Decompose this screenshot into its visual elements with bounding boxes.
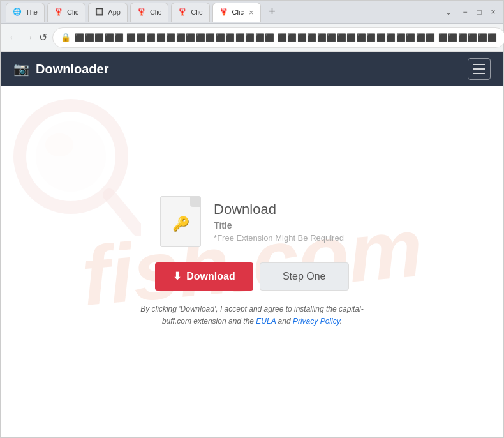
tab-3-icon: 🔲 bbox=[95, 8, 104, 17]
site-brand: 📷 Downloader bbox=[13, 61, 108, 77]
agreement-text-middle: and bbox=[276, 317, 293, 326]
agreement-text-after: . bbox=[340, 317, 342, 326]
download-button-label: Download bbox=[186, 271, 235, 282]
tab-6-close-icon[interactable]: × bbox=[249, 8, 254, 17]
tab-3[interactable]: 🔲 App bbox=[88, 3, 128, 22]
tab-5-label: Clic bbox=[191, 8, 202, 16]
main-content: fish.com 🔑 Download Title bbox=[1, 86, 503, 437]
download-arrow-icon: ⬇ bbox=[173, 270, 181, 282]
tab-2[interactable]: 🦞 Clic bbox=[47, 3, 85, 22]
site-navbar: 📷 Downloader bbox=[1, 52, 503, 86]
tab-6-icon: 🦞 bbox=[219, 8, 228, 17]
brand-name: Downloader bbox=[36, 62, 108, 77]
address-bar-input[interactable]: 🔒 ⬛⬛⬛⬛⬛ ⬛⬛⬛⬛⬛⬛⬛⬛⬛⬛⬛⬛⬛⬛⬛ ⬛⬛⬛⬛⬛⬛⬛⬛⬛⬛⬛⬛⬛⬛⬛⬛… bbox=[52, 27, 504, 48]
tab-3-label: App bbox=[108, 8, 121, 16]
eula-link[interactable]: EULA bbox=[256, 317, 276, 326]
browser-window: 🌐 The 🦞 Clic 🔲 App 🦞 Clic 🦞 Clic 🦞 C bbox=[0, 0, 504, 438]
step-one-label: Step One bbox=[283, 271, 326, 282]
page-content: 📷 Downloader fish.co bbox=[1, 52, 503, 437]
file-icon: 🔑 bbox=[160, 196, 201, 247]
back-button[interactable]: ← bbox=[8, 29, 19, 47]
tab-2-label: Clic bbox=[67, 8, 78, 16]
window-controls: ⌄ − □ × bbox=[441, 4, 498, 20]
tab-1[interactable]: 🌐 The bbox=[6, 3, 45, 22]
step-one-button[interactable]: Step One bbox=[260, 262, 349, 291]
tab-2-icon: 🦞 bbox=[54, 8, 63, 17]
hamburger-button[interactable] bbox=[468, 58, 491, 80]
tab-1-label: The bbox=[26, 8, 38, 16]
tab-6-label: Clic bbox=[232, 8, 244, 16]
file-icon-background: 🔑 bbox=[160, 196, 201, 247]
card-title: Download bbox=[214, 201, 344, 218]
buttons-row: ⬇ Download Step One bbox=[155, 262, 348, 291]
forward-button[interactable]: → bbox=[24, 29, 34, 47]
tab-5[interactable]: 🦞 Clic bbox=[171, 3, 209, 22]
download-button[interactable]: ⬇ Download bbox=[155, 262, 253, 291]
zip-icon: 🔑 bbox=[172, 216, 189, 232]
file-corner bbox=[190, 197, 200, 207]
tab-5-icon: 🦞 bbox=[178, 8, 187, 17]
lock-icon: 🔒 bbox=[61, 33, 71, 42]
card-top-row: 🔑 Download Title *Free Extension Might B… bbox=[160, 196, 344, 247]
hamburger-line-1 bbox=[473, 64, 485, 65]
tab-1-icon: 🌐 bbox=[13, 8, 22, 17]
privacy-policy-link[interactable]: Privacy Policy bbox=[293, 317, 340, 326]
title-bar: 🌐 The 🦞 Clic 🔲 App 🦞 Clic 🦞 Clic 🦞 C bbox=[1, 1, 503, 24]
tab-4-label: Clic bbox=[150, 8, 161, 16]
tab-bar-end-btn-1[interactable]: ⌄ bbox=[441, 4, 456, 20]
download-card: 🔑 Download Title *Free Extension Might B… bbox=[93, 170, 411, 353]
card-subtitle: Title bbox=[214, 220, 344, 230]
camera-icon: 📷 bbox=[13, 61, 29, 77]
address-bar: ← → ↺ 🔒 ⬛⬛⬛⬛⬛ ⬛⬛⬛⬛⬛⬛⬛⬛⬛⬛⬛⬛⬛⬛⬛ ⬛⬛⬛⬛⬛⬛⬛⬛⬛⬛… bbox=[1, 24, 503, 52]
tab-6-active[interactable]: 🦞 Clic × bbox=[212, 3, 261, 22]
new-tab-button[interactable]: + bbox=[263, 3, 281, 21]
close-button[interactable]: × bbox=[488, 7, 498, 17]
tab-4-icon: 🦞 bbox=[137, 8, 146, 17]
address-text: ⬛⬛⬛⬛⬛ ⬛⬛⬛⬛⬛⬛⬛⬛⬛⬛⬛⬛⬛⬛⬛ ⬛⬛⬛⬛⬛⬛⬛⬛⬛⬛⬛⬛⬛⬛⬛⬛ ⬛… bbox=[75, 33, 498, 42]
agreement-text: By clicking 'Download', I accept and agr… bbox=[131, 303, 373, 328]
hamburger-line-2 bbox=[473, 68, 485, 70]
minimize-button[interactable]: − bbox=[460, 7, 470, 17]
hamburger-line-3 bbox=[473, 73, 485, 74]
card-info: Download Title *Free Extension Might Be … bbox=[214, 196, 344, 243]
refresh-button[interactable]: ↺ bbox=[39, 29, 47, 47]
card-note: *Free Extension Might Be Required bbox=[214, 233, 344, 243]
maximize-button[interactable]: □ bbox=[474, 7, 484, 17]
tab-4[interactable]: 🦞 Clic bbox=[130, 3, 168, 22]
svg-point-2 bbox=[45, 133, 73, 156]
